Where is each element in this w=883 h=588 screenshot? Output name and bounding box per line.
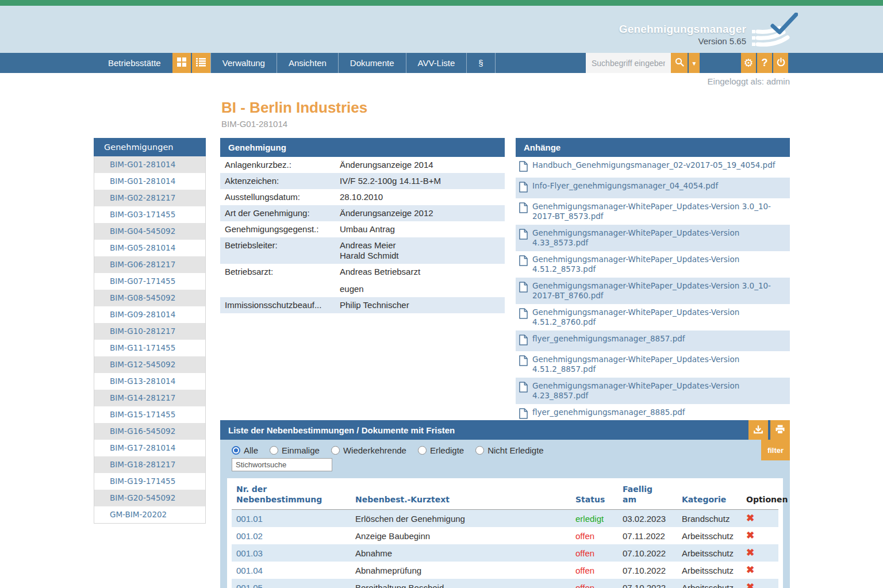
- sidebar-item-permit[interactable]: BIM-G19-171455: [94, 473, 205, 490]
- sidebar-item-permit[interactable]: BIM-G12-545092: [94, 356, 205, 373]
- document-icon: [519, 228, 528, 248]
- sidebar-item-permit[interactable]: BIM-G02-281217: [94, 190, 205, 206]
- sidebar-item-permit[interactable]: BIM-G17-281014: [94, 440, 205, 456]
- sidebar-item-permit[interactable]: BIM-G05-281014: [94, 240, 205, 256]
- attachment-row[interactable]: Handbuch_Genehmigungsmanager_02-v2017-05…: [516, 157, 790, 178]
- condition-text: Abnahme: [355, 548, 575, 558]
- nav-menu-item[interactable]: Verwaltung: [211, 53, 277, 73]
- page-title-block: BI - Berlin Industries BIM-G01-281014: [221, 99, 367, 129]
- search-options-button[interactable]: [689, 53, 700, 73]
- search-button[interactable]: [671, 53, 688, 73]
- delete-icon[interactable]: [746, 531, 754, 540]
- field-label: Art der Genehmigung:: [225, 208, 340, 218]
- search-input[interactable]: [586, 53, 671, 73]
- list-view-button[interactable]: [192, 53, 210, 73]
- settings-button[interactable]: [741, 53, 756, 73]
- attachment-filename: Info-Flyer_genehmigungsmanager_04_4054.p…: [532, 181, 718, 195]
- sidebar-item-permit[interactable]: BIM-G01-281014: [94, 173, 205, 190]
- nav-menu-item[interactable]: Dokumente: [339, 53, 406, 73]
- sidebar-item-permit[interactable]: BIM-G13-281014: [94, 373, 205, 390]
- sidebar-item-permit[interactable]: BIM-G20-545092: [94, 490, 205, 506]
- sidebar-item-permit[interactable]: BIM-G04-545092: [94, 223, 205, 240]
- attachment-filename: Genehmigungsmanager-WhitePaper_Updates-V…: [532, 308, 785, 327]
- filter-radio-option[interactable]: Wiederkehrende: [331, 445, 406, 455]
- condition-due-date: 07.11.2022: [623, 531, 682, 541]
- chevron-down-icon: [692, 59, 697, 67]
- sidebar-item-permit[interactable]: BIM-G14-281217: [94, 390, 205, 406]
- delete-icon[interactable]: [746, 565, 754, 575]
- download-button[interactable]: [748, 420, 768, 440]
- delete-icon[interactable]: [746, 513, 754, 523]
- sidebar-item-permit[interactable]: BIM-G18-281217: [94, 456, 205, 473]
- sidebar-item-permit[interactable]: BIM-G08-545092: [94, 290, 205, 306]
- attachment-row[interactable]: Genehmigungsmanager-WhitePaper_Updates-V…: [516, 278, 790, 304]
- nav-item-betriebsstaette[interactable]: Betriebsstätte: [97, 53, 172, 73]
- sidebar-item-permit[interactable]: BIM-G06-281217: [94, 256, 205, 273]
- document-icon: [519, 160, 528, 174]
- logout-button[interactable]: [773, 53, 788, 73]
- attachment-row[interactable]: Info-Flyer_genehmigungsmanager_04_4054.p…: [516, 178, 790, 198]
- condition-text: Bereithaltung Bescheid: [355, 583, 575, 588]
- document-icon: [519, 181, 528, 195]
- field-value: Änderungsanzeige 2014: [340, 160, 433, 170]
- permits-panel: Genehmigungen BIM-G01-281014 BIM-G01-281…: [94, 138, 206, 524]
- sidebar-item-permit[interactable]: BIM-G03-171455: [94, 206, 205, 223]
- help-button[interactable]: [757, 53, 772, 73]
- sidebar-item-permit[interactable]: BIM-G11-171455: [94, 340, 205, 356]
- condition-number: 001.05: [232, 583, 355, 588]
- sidebar-item-permit[interactable]: BIM-G10-281217: [94, 323, 205, 340]
- nav-menu-item[interactable]: Ansichten: [277, 53, 338, 73]
- condition-number: 001.03: [232, 548, 355, 558]
- detail-row: Immissionsschutzbeauf... Philip Technisc…: [220, 297, 505, 313]
- field-label: Aktenzeichen:: [225, 176, 340, 186]
- attachment-row[interactable]: Genehmigungsmanager-WhitePaper_Updates-V…: [516, 225, 790, 251]
- attachment-filename: Genehmigungsmanager-WhitePaper_Updates-V…: [532, 255, 785, 274]
- field-label: Anlagenkurzbez.:: [225, 160, 340, 170]
- attachment-row[interactable]: Genehmigungsmanager-WhitePaper_Updates-V…: [516, 351, 790, 378]
- print-button[interactable]: [770, 420, 790, 440]
- condition-number: 001.04: [232, 566, 355, 575]
- field-value: IV/F 52.2-100g 14.11-B+M: [340, 176, 441, 186]
- attachment-filename: Genehmigungsmanager-WhitePaper_Updates-V…: [532, 281, 785, 301]
- detail-row: Betriebsarzt: Andreas Betriebsarzteugen: [220, 264, 505, 297]
- condition-status: offen: [575, 548, 623, 558]
- column-header-status: Status: [575, 494, 623, 505]
- sidebar-item-permit[interactable]: BIM-G16-545092: [94, 423, 205, 440]
- permits-panel-title: Genehmigungen: [94, 138, 206, 156]
- keyword-search-input[interactable]: [232, 458, 332, 471]
- sidebar-item-permit[interactable]: BIM-G09-281014: [94, 306, 205, 323]
- attachment-row[interactable]: Genehmigungsmanager-WhitePaper_Updates-V…: [516, 304, 790, 330]
- filter-radio-option[interactable]: Alle: [232, 445, 258, 455]
- filter-button[interactable]: filter: [761, 440, 790, 460]
- attachment-filename: Genehmigungsmanager-WhitePaper_Updates-V…: [532, 381, 785, 401]
- sidebar-item-permit[interactable]: BIM-G01-281014: [94, 156, 205, 173]
- conditions-filters: Alle Einmalige Wiederkehrende Erledigte: [220, 440, 790, 455]
- filter-radio-option[interactable]: Erledigte: [418, 445, 464, 455]
- sidebar-item-permit[interactable]: BIM-G15-171455: [94, 406, 205, 423]
- nav-menu-item[interactable]: AVV-Liste: [406, 53, 467, 73]
- nav-separator: [495, 53, 496, 73]
- attachment-row[interactable]: Genehmigungsmanager-WhitePaper_Updates-V…: [516, 251, 790, 278]
- conditions-table-header: Nr. der Nebenbestimmung Nebenbest.-Kurzt…: [232, 478, 778, 510]
- filter-radio-option[interactable]: Einmalige: [270, 445, 320, 455]
- attachment-row[interactable]: flyer_genehmigungsmanager_8857.pdf: [516, 330, 790, 351]
- sidebar-item-permit[interactable]: GM-BIM-20202: [94, 506, 205, 523]
- attachment-row[interactable]: Genehmigungsmanager-WhitePaper_Updates-V…: [516, 198, 790, 225]
- document-icon: [519, 381, 528, 401]
- condition-status: offen: [575, 531, 623, 541]
- column-header-text: Nebenbest.-Kurztext: [355, 494, 575, 505]
- detail-row: Ausstellungsdatum: 28.10.2010: [220, 189, 505, 205]
- radio-icon: [270, 446, 278, 455]
- condition-due-date: 07.10.2022: [623, 566, 682, 575]
- tile-view-button[interactable]: [172, 53, 191, 73]
- sidebar-item-permit[interactable]: BIM-G07-171455: [94, 273, 205, 290]
- document-icon: [519, 255, 528, 274]
- printer-icon: [775, 424, 785, 436]
- field-value: Andreas MeierHarald Schmidt: [340, 240, 399, 261]
- nav-menu-item[interactable]: §: [467, 53, 494, 73]
- delete-icon[interactable]: [746, 548, 754, 558]
- filter-radio-option[interactable]: Nicht Erledigte: [475, 445, 544, 455]
- attachment-row[interactable]: Genehmigungsmanager-WhitePaper_Updates-V…: [516, 378, 790, 404]
- top-accent-bar: [0, 0, 883, 6]
- delete-icon[interactable]: [746, 582, 754, 588]
